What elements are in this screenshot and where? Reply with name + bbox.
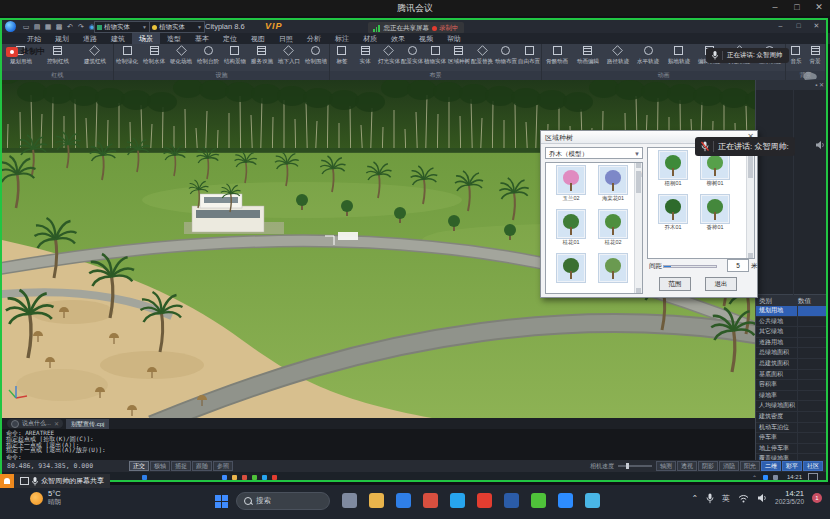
plant-item[interactable]: 海棠花01 [592,166,634,210]
stat-row[interactable]: 基底面积 [756,370,827,381]
menu-tab[interactable]: 建筑 [104,33,132,44]
app-minimize-icon[interactable]: – [774,21,787,31]
redo-icon[interactable]: ↷ [76,22,86,31]
view-mode-button[interactable]: 透视 [677,461,697,471]
close-icon[interactable]: ✕ [812,2,826,13]
ribbon-tool[interactable]: 路径轨迹 [603,44,633,66]
menu-tab[interactable]: 帮助 [440,33,468,44]
chrome-browser-icon[interactable] [242,475,247,480]
ribbon-tool[interactable]: 标签 [330,44,353,66]
share-bar[interactable]: 众智周帅的屏幕共享 [0,474,110,488]
view-mode-button[interactable]: 阳光 [740,461,760,471]
menu-tab[interactable]: 日照 [272,33,300,44]
stat-row[interactable]: 其它绿地 [756,327,827,338]
ribbon-tool[interactable]: 绘制绿化 [114,44,141,66]
ribbon-tool[interactable]: 硬化场地 [168,44,195,66]
stat-row[interactable]: 总绿地面积 [756,348,827,359]
stat-row[interactable]: 容积率 [756,380,827,391]
menu-tab[interactable]: 基本 [188,33,216,44]
close-icon[interactable]: ✕ [54,420,59,427]
stat-row[interactable]: 建筑密度 [756,412,827,423]
menu-tab[interactable]: 道路 [76,33,104,44]
menu-tab[interactable]: 视频 [412,33,440,44]
ribbon-tool[interactable]: 背景 [806,44,826,66]
save-all-icon[interactable]: ▩ [54,22,64,31]
ribbon-tool[interactable]: 动物布置 [494,44,517,66]
stat-row[interactable]: 绿地率 [756,391,827,402]
stat-row[interactable]: 停车率 [756,433,827,444]
range-button[interactable]: 范围 [659,277,691,291]
ribbon-tool[interactable]: 配景实体 [400,44,423,66]
wechat-icon[interactable] [252,475,257,480]
edge-browser-icon[interactable] [396,493,411,508]
stat-row[interactable]: 机动车泊位 [756,423,827,434]
spacing-slider[interactable] [663,265,717,268]
ribbon-tool[interactable]: 绘制围墙 [302,44,329,66]
ribbon-tool[interactable]: 自由布置 [518,44,541,66]
menu-tab[interactable]: 定位 [216,33,244,44]
menu-tab[interactable]: 造型 [160,33,188,44]
menu-tab[interactable]: 分析 [300,33,328,44]
save-icon[interactable]: ▦ [43,22,53,31]
spacing-input[interactable]: 5 [727,259,749,272]
app-maximize-icon[interactable]: □ [792,21,805,31]
minimize-icon[interactable]: – [768,2,782,13]
ribbon-tool[interactable]: 植物实体 [424,44,447,66]
status-toggle[interactable]: 正交 [129,461,149,471]
status-toggle[interactable]: 参照 [213,461,233,471]
plant-item[interactable]: 柳树01 [694,151,736,195]
scrollbar[interactable]: ▲ [634,163,642,293]
wechat-icon[interactable] [531,493,546,508]
menu-tab[interactable]: 场景 [132,33,160,44]
undo-icon[interactable]: ↶ [65,22,75,31]
plant-library-list[interactable]: 玉兰02 海棠花01 桂花01 桂花02 [545,162,643,294]
tencent-meeting-tray-icon[interactable] [763,475,768,480]
plant-item[interactable]: 桂花02 [592,210,634,254]
start-button[interactable] [215,495,228,508]
ribbon-tool[interactable]: 实体 [353,44,376,66]
menu-tab[interactable]: 规划 [48,33,76,44]
start-icon[interactable] [222,475,227,480]
touch-keyboard-icon[interactable] [808,473,818,481]
exit-button[interactable]: 退出 [705,277,737,291]
weather-widget[interactable]: 5°C 晴朗 [30,490,61,506]
new-file-icon[interactable]: ▭ [21,22,31,31]
ribbon-tool[interactable]: 区域种树 [447,44,470,66]
wps-icon[interactable] [477,493,492,508]
ribbon-tool[interactable]: 骨骼动画 [542,44,572,66]
menu-tab[interactable]: 材质 [356,33,384,44]
app-close-icon[interactable]: ✕ [810,21,823,31]
tencent-meeting-icon[interactable] [558,493,573,508]
ribbon-tool[interactable]: 结构景物 [222,44,249,66]
wps-icon[interactable] [272,475,277,480]
search-input[interactable]: 搜索 [236,492,330,510]
menu-tab[interactable]: 视图 [244,33,272,44]
word-icon[interactable] [504,493,519,508]
stat-row[interactable]: 地上停车率 [756,444,827,455]
plant-item[interactable]: 桂花01 [550,210,592,254]
view-mode-button[interactable]: 消隐 [719,461,739,471]
qq-icon[interactable] [450,493,465,508]
cityplan-logo-icon[interactable] [5,21,16,32]
ime-indicator[interactable]: 英 [722,493,730,504]
ribbon-tool[interactable]: 绘制水体 [141,44,168,66]
chat-quick-chip[interactable]: 说点什么... ✕ [7,419,63,428]
entity-combo-2[interactable]: 植物实体 ▼ [149,21,205,33]
scrollbar[interactable] [746,148,754,258]
tray-chevron-icon[interactable]: ⌃ [691,494,698,503]
entity-combo-1[interactable]: 植物实体 ▼ [94,21,150,33]
taskbar-clock[interactable]: 14:21 2023/5/20 [775,490,804,506]
cad-app-icon[interactable] [585,493,600,508]
stat-row[interactable]: 道路用地 [756,338,827,349]
stat-row[interactable]: 人均绿地面积 [756,401,827,412]
maximize-icon[interactable]: □ [790,2,804,13]
file-explorer-icon[interactable] [232,475,237,480]
plant-item[interactable] [592,254,634,294]
view-mode-button[interactable]: 轴测 [656,461,676,471]
plant-item[interactable]: 玉兰02 [550,166,592,210]
view-mode-button[interactable]: 彩平 [782,461,802,471]
view-mode-button[interactable]: 阴影 [698,461,718,471]
plant-item[interactable]: 梧桐01 [652,151,694,195]
stat-row[interactable]: 总建筑面积 [756,359,827,370]
notification-badge[interactable]: 1 [812,493,822,503]
